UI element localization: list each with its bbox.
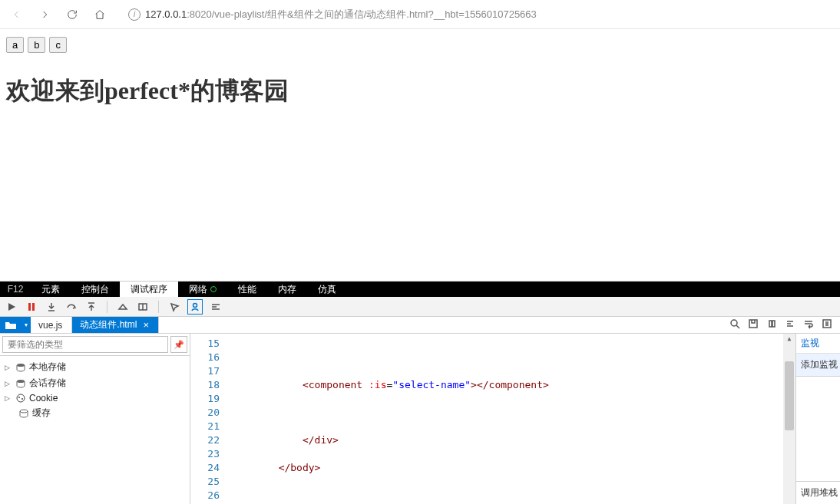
code-token: ></component> — [471, 379, 549, 390]
file-picker-dropdown[interactable]: ▾ — [21, 317, 31, 333]
forward-icon — [38, 8, 51, 21]
line-no: 26 — [190, 489, 220, 502]
tab-emulation[interactable]: 仿真 — [307, 282, 347, 297]
wrap-button[interactable] — [803, 318, 814, 331]
save-button[interactable] — [748, 318, 759, 331]
tab-console[interactable]: 控制台 — [71, 282, 120, 297]
cache-icon — [18, 409, 29, 418]
forward-button[interactable] — [32, 3, 57, 26]
dom-pick-button[interactable] — [167, 300, 181, 314]
folder-icon — [5, 321, 16, 329]
debugger-body: 📌 ▷ 本地存储 ▷ 会话存储 ▷ Cookie — [0, 334, 840, 504]
back-button[interactable] — [5, 3, 29, 26]
file-tabstrip: ▾ vue.js 动态组件.html × — [0, 317, 840, 334]
tab-performance[interactable]: 性能 — [227, 282, 267, 297]
svg-point-9 — [17, 380, 25, 383]
code-text: <component :is="select-name"></component… — [227, 334, 783, 504]
search-button[interactable] — [729, 318, 740, 331]
code-token: </body> — [279, 462, 321, 473]
pretty-print-icon — [210, 301, 221, 312]
exceptions-button[interactable] — [136, 300, 150, 314]
break-new-worker-button[interactable] — [116, 300, 130, 314]
url-host: 127.0.0.1 — [145, 8, 187, 20]
line-no: 16 — [190, 351, 220, 364]
refresh-icon — [66, 8, 78, 21]
devtools-tabstrip: F12 元素 控制台 调试程序 网络 性能 内存 仿真 — [0, 282, 840, 297]
compare-button[interactable] — [766, 318, 777, 331]
scroll-up-icon[interactable]: ▲ — [783, 334, 795, 344]
tab-memory-label: 内存 — [278, 283, 296, 296]
scroll-thumb[interactable] — [783, 344, 795, 504]
code-editor[interactable]: 15 16 17 18 19 20 21 22 23 24 25 26 27 <… — [190, 334, 795, 504]
close-icon[interactable]: × — [143, 320, 149, 330]
svg-point-12 — [21, 398, 23, 400]
just-my-code-button[interactable] — [187, 299, 203, 315]
home-button[interactable] — [88, 3, 112, 26]
line-no: 24 — [190, 461, 220, 475]
watch-header[interactable]: 监视 — [796, 334, 840, 354]
tab-performance-label: 性能 — [238, 283, 256, 296]
twisty-icon: ▷ — [5, 394, 12, 402]
step-over-button[interactable] — [64, 300, 78, 314]
file-tab-vuejs-label: vue.js — [38, 320, 62, 331]
button-c[interactable]: c — [49, 37, 67, 53]
v-scrollbar[interactable]: ▲ ▼ — [783, 334, 795, 504]
button-row: a b c — [6, 37, 834, 53]
button-b[interactable]: b — [28, 37, 45, 53]
cookie-icon — [15, 394, 26, 403]
step-into-button[interactable] — [45, 300, 58, 314]
continue-button[interactable] — [5, 300, 18, 314]
svg-rect-1 — [28, 303, 31, 311]
filter-input[interactable] — [2, 336, 168, 353]
svg-point-5 — [731, 320, 737, 326]
toolbar-separator — [107, 301, 107, 313]
file-tab-dynamic-component[interactable]: 动态组件.html × — [72, 317, 159, 333]
tab-network[interactable]: 网络 — [178, 282, 227, 297]
step-out-button[interactable] — [84, 300, 98, 314]
pretty-print-button[interactable] — [209, 300, 223, 314]
search-icon — [729, 318, 740, 329]
line-gutter: 15 16 17 18 19 20 21 22 23 24 25 26 27 — [190, 334, 227, 504]
site-info-icon[interactable]: i — [128, 8, 141, 21]
tree-cookie[interactable]: ▷ Cookie — [5, 391, 190, 405]
address-bar[interactable]: i 127.0.0.1:8020/vue-playlist/组件&组件之间的通信… — [121, 4, 835, 25]
devtools: F12 元素 控制台 调试程序 网络 性能 内存 仿真 ▾ vue.js 动态组… — [0, 281, 840, 504]
tab-emulation-label: 仿真 — [318, 283, 336, 296]
add-watch-row[interactable]: 添加监视 — [796, 354, 840, 377]
browser-toolbar: i 127.0.0.1:8020/vue-playlist/组件&组件之间的通信… — [0, 0, 840, 29]
filter-row: 📌 — [0, 334, 190, 356]
tab-memory[interactable]: 内存 — [267, 282, 307, 297]
step-into-icon — [46, 301, 57, 312]
f12-label: F12 — [0, 282, 31, 297]
callstack-header[interactable]: 调用堆栈 — [796, 481, 840, 504]
options-icon — [822, 318, 832, 329]
code-column: 15 16 17 18 19 20 21 22 23 24 25 26 27 <… — [190, 334, 795, 504]
svg-marker-0 — [8, 303, 15, 311]
button-a[interactable]: a — [6, 37, 24, 53]
code-token: :is — [369, 379, 386, 390]
options-button[interactable] — [822, 318, 832, 331]
line-no: 15 — [190, 337, 220, 351]
tree-session-label: 会话存储 — [29, 377, 66, 390]
tab-debugger[interactable]: 调试程序 — [120, 282, 178, 297]
save-icon — [748, 318, 759, 329]
wrap-icon — [803, 318, 814, 329]
compare-icon — [766, 318, 777, 329]
tree-local-storage[interactable]: ▷ 本地存储 — [5, 359, 190, 375]
refresh-button[interactable] — [60, 3, 84, 26]
tree-cache[interactable]: 缓存 — [5, 405, 190, 421]
debugger-toolbar — [0, 297, 840, 317]
tree-session-storage[interactable]: ▷ 会话存储 — [5, 375, 190, 391]
tab-network-label: 网络 — [189, 283, 207, 296]
back-icon — [11, 8, 23, 21]
pin-button[interactable]: 📌 — [170, 336, 187, 353]
file-picker-button[interactable] — [0, 317, 21, 333]
pause-button[interactable] — [25, 300, 38, 314]
file-toolbar-right — [722, 317, 840, 333]
file-tab-vuejs[interactable]: vue.js — [31, 317, 72, 333]
line-no: 19 — [190, 392, 220, 406]
tab-elements[interactable]: 元素 — [31, 282, 71, 297]
step-out-icon — [86, 301, 97, 312]
format-button[interactable] — [785, 318, 795, 331]
twisty-icon: ▷ — [5, 380, 12, 387]
